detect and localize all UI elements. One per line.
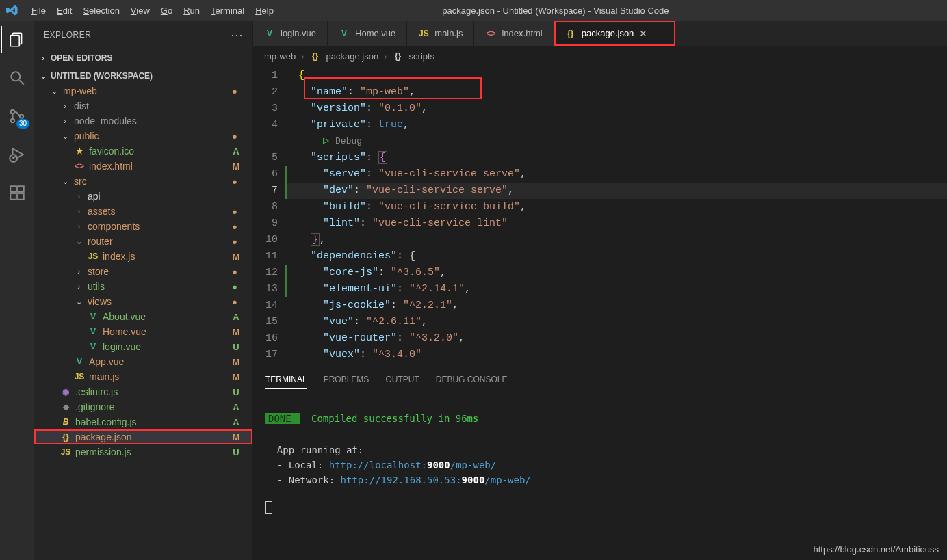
file-gitignore[interactable]: ◆.gitignoreA xyxy=(34,399,252,414)
line-gutter: 1 2 3 4 5 6 7 8 9 10 11 12 13 14 15 16 1… xyxy=(253,66,287,369)
panel-tab-debug[interactable]: DEBUG CONSOLE xyxy=(436,375,508,389)
svg-rect-9 xyxy=(10,186,16,192)
folder-src[interactable]: ⌄src● xyxy=(34,174,252,189)
file-permission[interactable]: JSpermission.jsU xyxy=(34,444,252,459)
tab-mainjs[interactable]: JSmain.js xyxy=(407,21,474,46)
activity-search[interactable] xyxy=(1,64,34,92)
folder-dist[interactable]: ›dist xyxy=(34,98,252,114)
folder-router[interactable]: ⌄router● xyxy=(34,234,252,249)
menu-terminal[interactable]: Terminal xyxy=(205,5,250,16)
open-editors-section[interactable]: ›OPEN EDITORS xyxy=(34,51,252,66)
tab-indexhtml[interactable]: <>index.html xyxy=(474,21,554,46)
folder-store[interactable]: ›store● xyxy=(34,264,252,279)
folder-mpweb[interactable]: ⌄mp-web● xyxy=(34,83,252,98)
file-router-indexjs[interactable]: JSindex.jsM xyxy=(34,249,252,264)
terminal-body[interactable]: DONE Compiled successfully in 96ms App r… xyxy=(253,392,947,560)
svg-rect-1 xyxy=(10,36,19,46)
close-icon[interactable]: ✕ xyxy=(639,28,647,39)
sidebar-more-icon[interactable]: ⋯ xyxy=(231,27,244,42)
svg-rect-11 xyxy=(18,194,24,200)
menu-view[interactable]: View xyxy=(125,5,155,16)
folder-components[interactable]: ›components● xyxy=(34,219,252,234)
sidebar: EXPLORER ⋯ ›OPEN EDITORS ⌄UNTITLED (WORK… xyxy=(34,21,253,560)
svg-rect-12 xyxy=(18,186,24,192)
sidebar-title: EXPLORER xyxy=(44,30,91,40)
folder-assets[interactable]: ›assets● xyxy=(34,204,252,219)
folder-api[interactable]: ›api xyxy=(34,189,252,204)
activity-scm[interactable]: 30 xyxy=(1,103,34,130)
breadcrumb[interactable]: mp-web› {}package.json› {}scripts xyxy=(253,46,947,66)
done-badge: DONE xyxy=(265,413,300,424)
panel-tab-problems[interactable]: PROBLEMS xyxy=(324,375,369,389)
file-indexhtml[interactable]: <>index.htmlM xyxy=(34,159,252,174)
menu-help[interactable]: Help xyxy=(250,5,279,16)
folder-utils[interactable]: ›utils● xyxy=(34,279,252,294)
menu-edit[interactable]: Edit xyxy=(51,5,77,16)
tab-login[interactable]: Vlogin.vue xyxy=(253,21,328,46)
activity-explorer[interactable] xyxy=(1,26,34,53)
activity-extensions[interactable] xyxy=(1,179,34,206)
svg-line-3 xyxy=(19,80,24,85)
folder-public[interactable]: ⌄public● xyxy=(34,129,252,144)
svg-point-4 xyxy=(11,110,14,114)
folder-views[interactable]: ⌄views● xyxy=(34,294,252,309)
workspace-section[interactable]: ⌄UNTITLED (WORKSPACE) xyxy=(34,68,252,83)
menu-file[interactable]: File xyxy=(26,5,51,16)
panel-tab-terminal[interactable]: TERMINAL xyxy=(265,375,307,389)
titlebar: File Edit Selection View Go Run Terminal… xyxy=(0,0,947,21)
svg-point-6 xyxy=(20,114,23,118)
terminal-cursor xyxy=(265,501,272,514)
file-babel[interactable]: Bbabel.config.jsA xyxy=(34,414,252,429)
watermark: https://blog.csdn.net/Ambitiouss xyxy=(813,544,939,555)
menu-run[interactable]: Run xyxy=(178,5,205,16)
menu-go[interactable]: Go xyxy=(155,5,178,16)
scm-badge: 30 xyxy=(16,119,29,129)
code-editor[interactable]: 1 2 3 4 5 6 7 8 9 10 11 12 13 14 15 16 1… xyxy=(253,66,947,369)
file-mainjs[interactable]: JSmain.jsM xyxy=(34,369,252,384)
editor-tabs: Vlogin.vue VHome.vue JSmain.js <>index.h… xyxy=(253,21,947,46)
svg-rect-10 xyxy=(10,194,16,200)
file-home[interactable]: VHome.vueM xyxy=(34,324,252,339)
file-favicon[interactable]: ★favicon.icoA xyxy=(34,144,252,159)
tab-home[interactable]: VHome.vue xyxy=(328,21,407,46)
bottom-panel: TERMINAL PROBLEMS OUTPUT DEBUG CONSOLE D… xyxy=(253,369,947,560)
window-title: package.json - Untitled (Workspace) - Vi… xyxy=(279,5,832,16)
svg-point-2 xyxy=(11,72,20,81)
file-app[interactable]: VApp.vueM xyxy=(34,354,252,369)
folder-node-modules[interactable]: ›node_modules xyxy=(34,114,252,129)
activity-bar: 30 xyxy=(0,21,34,560)
menu-selection[interactable]: Selection xyxy=(77,5,125,16)
file-about[interactable]: VAbout.vueA xyxy=(34,309,252,324)
vscode-icon xyxy=(5,3,19,17)
panel-tab-output[interactable]: OUTPUT xyxy=(385,375,419,389)
tab-packagejson[interactable]: {}package.json✕ xyxy=(554,21,676,46)
activity-debug[interactable] xyxy=(1,141,34,168)
code-body[interactable]: { "name": "mp-web", "version": "0.1.0", … xyxy=(287,66,947,369)
file-packagejson[interactable]: {}package.jsonM xyxy=(34,429,252,444)
svg-point-5 xyxy=(11,119,14,122)
editor-area: Vlogin.vue VHome.vue JSmain.js <>index.h… xyxy=(253,21,947,560)
file-eslintrc[interactable]: ◉.eslintrc.jsU xyxy=(34,384,252,399)
file-login[interactable]: Vlogin.vueU xyxy=(34,339,252,354)
